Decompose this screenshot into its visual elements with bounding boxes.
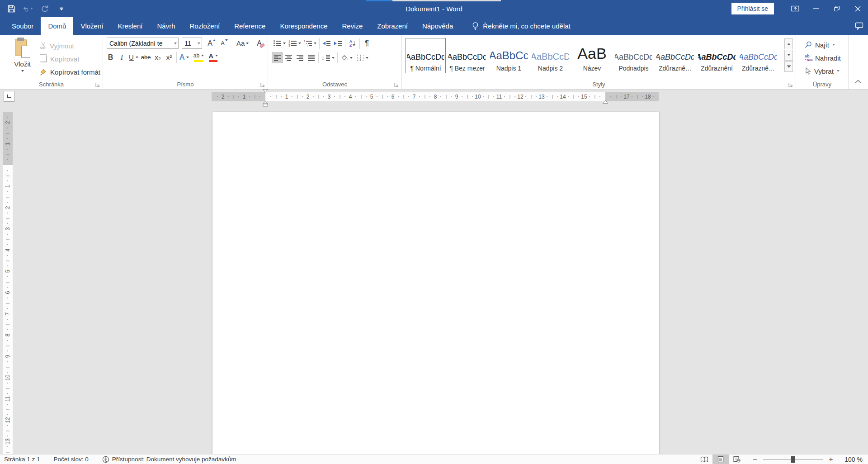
font-name-chevron[interactable] [174,43,177,44]
underline-button[interactable]: U [127,52,140,63]
styles-scroll-down-button[interactable] [784,50,793,61]
font-dialog-launcher[interactable] [260,81,265,87]
highlight-button[interactable]: ab [192,52,205,63]
change-case-button[interactable]: Aa [236,38,250,49]
format-painter-button[interactable]: Kopírovat formát [38,66,103,78]
styles-dialog-launcher[interactable] [788,81,793,87]
tab-nápověda[interactable]: Nápověda [415,17,460,35]
align-right-button[interactable] [294,52,306,63]
find-chevron[interactable] [832,44,835,46]
sort-button[interactable]: AZ [347,38,358,49]
line-spacing-chevron[interactable] [332,57,335,59]
style-¶ Bez mezer[interactable]: AaBbCcDd¶ Bez mezer [447,38,487,73]
subscript-button[interactable]: x₂ [152,52,164,63]
close-button[interactable] [847,0,868,17]
paragraph-dialog-launcher[interactable] [394,81,399,87]
cut-button[interactable]: Vyjmout [38,40,103,52]
tell-me-box[interactable]: Řekněte mi, co chcete udělat [472,17,570,35]
copy-button[interactable]: Kopírovat [38,53,103,65]
font-name-combo[interactable]: Calibri (Základní te [107,38,179,49]
superscript-button[interactable]: x² [164,52,175,63]
borders-chevron[interactable] [366,57,368,59]
decrease-indent-button[interactable] [321,38,332,49]
redo-button[interactable] [40,4,50,14]
font-color-chevron[interactable] [215,55,218,57]
ribbon-display-options-button[interactable] [785,0,806,17]
font-size-chevron[interactable] [198,43,200,44]
collapse-ribbon-button[interactable] [854,77,862,85]
undo-button[interactable] [23,4,33,14]
tab-soubor[interactable]: Soubor [5,17,41,35]
font-color-button[interactable]: A [207,52,219,63]
multilevel-chevron[interactable] [314,43,316,44]
style-Název[interactable]: AaBNázev [572,38,612,73]
sign-in-button[interactable]: Přihlásit se [731,3,774,14]
text-effects-button[interactable]: A [178,52,190,63]
numbering-button[interactable]: 123 [287,38,302,49]
shrink-font-button[interactable]: A [219,38,230,49]
bullets-chevron[interactable] [283,43,286,44]
clear-formatting-button[interactable]: A [254,38,265,49]
bullets-button[interactable] [272,38,287,49]
justify-button[interactable] [306,52,317,63]
tab-korespondence[interactable]: Korespondence [273,17,335,35]
select-chevron[interactable] [837,70,840,72]
shading-button[interactable] [339,52,354,63]
style-¶ Normální[interactable]: AaBbCcDd¶ Normální [406,38,446,73]
show-formatting-button[interactable]: ¶ [361,38,373,49]
zoom-slider[interactable] [763,459,823,459]
shading-chevron[interactable] [350,57,353,59]
zoom-in-button[interactable]: + [828,455,834,464]
style-Zdůrazně…[interactable]: AaBbCcDdZdůrazně… [655,38,695,73]
vertical-ruler[interactable]: 2112345678910111213 [3,112,13,454]
zoom-slider-thumb[interactable] [791,456,795,463]
select-button[interactable]: Vybrat [802,65,848,77]
first-line-indent-marker[interactable] [262,89,269,93]
styles-scroll-up-button[interactable] [784,38,793,49]
line-spacing-button[interactable]: ↕ [320,52,336,63]
numbering-chevron[interactable] [298,43,301,44]
align-left-button[interactable] [272,52,283,63]
style-Nadpis 2[interactable]: AaBbCcDNadpis 2 [530,38,571,73]
increase-indent-button[interactable] [332,38,344,49]
highlight-chevron[interactable] [201,55,204,57]
tab-vložení[interactable]: Vložení [73,17,110,35]
grow-font-button[interactable]: A [206,38,217,49]
accessibility-status[interactable]: Přístupnost: Dokument vyhovuje požadavků… [102,456,236,463]
italic-button[interactable]: I [116,52,127,63]
borders-button[interactable] [356,52,370,63]
style-Podnadpis[interactable]: AaBbCcDdPodnadpis [613,38,654,73]
style-Zdůraznění[interactable]: AaBbCcDdZdůraznění [697,38,737,73]
zoom-level[interactable]: 100 % [839,456,863,463]
restore-button[interactable] [826,0,847,17]
horizontal-ruler[interactable]: 211234567891011121314151718 [212,92,659,101]
tab-reference[interactable]: Reference [227,17,273,35]
read-mode-button[interactable] [696,455,712,464]
font-size-combo[interactable]: 11 [182,38,202,49]
document-page[interactable] [212,112,659,454]
style-Nadpis 1[interactable]: AaBbCcNadpis 1 [489,38,529,73]
save-button[interactable] [6,4,16,14]
right-indent-marker[interactable] [602,100,609,104]
tab-rozložení[interactable]: Rozložení [182,17,227,35]
tab-kreslení[interactable]: Kreslení [110,17,150,35]
paste-dropdown-chevron[interactable] [21,70,24,72]
bold-button[interactable]: B [105,52,116,63]
multilevel-list-button[interactable]: 1ai [302,38,318,49]
word-count-status[interactable]: Počet slov: 0 [54,456,89,463]
tab-revize[interactable]: Revize [335,17,370,35]
align-center-button[interactable] [283,52,294,63]
customize-qat-button[interactable] [57,4,66,14]
web-layout-button[interactable] [729,455,745,464]
feedback-button[interactable] [855,17,863,35]
minimize-button[interactable] [806,0,826,17]
replace-button[interactable]: ab↪ac Nahradit [802,52,848,64]
strikethrough-button[interactable]: abe [140,52,152,63]
styles-more-button[interactable] [784,61,793,72]
find-button[interactable]: Najít [802,39,848,51]
tab-domů[interactable]: Domů [41,17,73,35]
tab-návrh[interactable]: Návrh [150,17,182,35]
tab-stop-selector[interactable] [4,91,14,102]
underline-chevron[interactable] [136,57,138,58]
print-layout-button[interactable] [712,455,729,464]
